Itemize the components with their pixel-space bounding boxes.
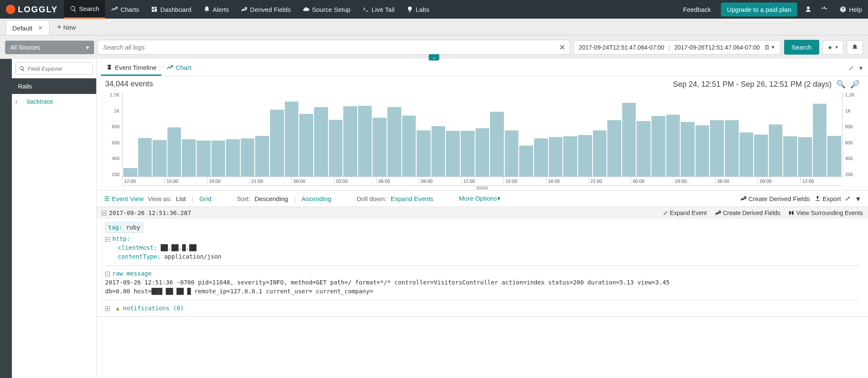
bar[interactable] [211, 141, 225, 177]
field-explorer-input[interactable] [28, 66, 89, 72]
zoom-out-icon[interactable]: 🔍 [836, 80, 846, 88]
bar[interactable] [314, 107, 328, 177]
bar[interactable] [754, 135, 768, 177]
sort-desc[interactable]: Descending [254, 195, 288, 202]
collapse-toggle[interactable]: − [105, 272, 110, 276]
results-menu-icon[interactable]: ▼ [855, 195, 861, 202]
bar[interactable] [622, 103, 636, 177]
close-icon[interactable]: ✕ [38, 24, 43, 32]
bar[interactable] [446, 131, 460, 177]
bar[interactable] [167, 127, 181, 177]
bar[interactable] [431, 126, 445, 177]
bar[interactable] [329, 120, 343, 177]
field-category-rails[interactable]: Rails [12, 78, 96, 94]
nav-search[interactable]: Search [64, 0, 106, 19]
collapse-toggle[interactable]: − [102, 211, 106, 215]
user-icon[interactable] [801, 0, 818, 19]
view-list[interactable]: List [176, 195, 186, 202]
bar[interactable] [417, 130, 431, 177]
bar[interactable] [637, 121, 651, 177]
clear-search-icon[interactable]: ✕ [559, 43, 565, 52]
bar[interactable] [241, 138, 255, 177]
zoom-in-icon[interactable]: 🔎 [850, 80, 860, 88]
raw-message-label[interactable]: raw message [112, 270, 152, 277]
upgrade-button[interactable]: Upgrade to a paid plan [721, 3, 797, 17]
bar[interactable] [343, 106, 357, 177]
chart-bars[interactable] [122, 92, 843, 177]
field-item-backtrace[interactable]: ‹ backtrace [12, 94, 96, 109]
search-button[interactable]: Search [784, 40, 820, 55]
collapse-toggle[interactable]: − [105, 237, 110, 242]
bar[interactable] [299, 114, 313, 177]
bar[interactable] [402, 116, 416, 177]
expand-events[interactable]: Expand Events [391, 195, 434, 202]
resize-handle[interactable] [476, 187, 488, 189]
bar[interactable] [270, 110, 284, 177]
bar[interactable] [798, 137, 812, 177]
bar[interactable] [563, 136, 577, 177]
bar[interactable] [519, 146, 533, 177]
chart-menu-icon[interactable]: ▼ [858, 65, 864, 72]
key-clienthost[interactable]: clientHost: [118, 244, 157, 251]
bar[interactable] [476, 128, 490, 177]
nav-livetail[interactable]: Live Tail [356, 0, 401, 19]
export-button[interactable]: Export [814, 195, 841, 202]
tab-chart[interactable]: Chart [161, 61, 196, 76]
notifications-button[interactable] [847, 40, 863, 55]
expand-searchbar[interactable]: ⌄ [429, 54, 440, 61]
bar[interactable] [696, 125, 709, 177]
nav-charts[interactable]: Charts [105, 0, 145, 19]
bar[interactable] [813, 104, 827, 177]
expand-event-button[interactable]: ⤢ Expand Event [663, 210, 707, 216]
bar[interactable] [607, 120, 621, 177]
bar[interactable] [710, 120, 724, 177]
bar[interactable] [358, 106, 372, 177]
bar[interactable] [197, 141, 211, 177]
tab-default[interactable]: Default ✕ [6, 20, 50, 35]
bar[interactable] [138, 138, 152, 177]
view-grid[interactable]: Grid [199, 195, 211, 202]
expand-chart-icon[interactable]: ⤢ [849, 65, 854, 72]
event-view-button[interactable]: Event View [103, 195, 144, 202]
bar[interactable] [651, 116, 665, 177]
bar[interactable] [578, 135, 592, 177]
bar[interactable] [549, 137, 563, 177]
bar[interactable] [285, 102, 299, 177]
tab-event-timeline[interactable]: Event Timeline [101, 61, 161, 76]
bar[interactable] [373, 118, 387, 177]
bar[interactable] [505, 130, 519, 177]
sources-dropdown[interactable]: All Sources ▾ [5, 41, 94, 54]
nav-help[interactable]: Help [834, 0, 868, 19]
key-http[interactable]: http: [112, 235, 130, 242]
nav-derived[interactable]: Derived Fields [235, 0, 297, 19]
sort-asc[interactable]: Ascending [302, 195, 331, 202]
log-create-derived-button[interactable]: Create Derived Fields [715, 210, 780, 216]
bar[interactable] [725, 120, 739, 177]
bar[interactable] [387, 107, 401, 177]
bar[interactable] [490, 112, 504, 177]
favorite-button[interactable]: ★ ▼ [823, 40, 843, 55]
view-surrounding-button[interactable]: View Surrounding Events [788, 210, 863, 216]
bar[interactable] [226, 139, 240, 177]
nav-feedback[interactable]: Feedback [677, 0, 717, 19]
bar[interactable] [827, 136, 841, 177]
expand-results-icon[interactable]: ⤢ [845, 195, 851, 202]
bar[interactable] [783, 136, 797, 177]
more-options[interactable]: More Options▾ [459, 195, 501, 202]
bar[interactable] [255, 136, 269, 177]
bar[interactable] [534, 138, 548, 177]
expand-toggle[interactable]: + [105, 306, 110, 311]
settings-icon[interactable] [818, 0, 834, 19]
bar[interactable] [182, 139, 196, 177]
nav-labs[interactable]: Labs [401, 0, 436, 19]
notifications-label[interactable]: notifications (0) [123, 305, 184, 312]
bar[interactable] [461, 131, 475, 177]
key-contenttype[interactable]: contentType: [118, 253, 161, 260]
search-input[interactable] [103, 44, 565, 51]
bar[interactable] [740, 132, 754, 177]
tab-new[interactable]: + New [52, 19, 81, 35]
nav-dashboard[interactable]: Dashboard [145, 0, 197, 19]
create-derived-fields-button[interactable]: Create Derived Fields [740, 195, 810, 202]
nav-source[interactable]: Source Setup [297, 0, 356, 19]
bar[interactable] [153, 140, 167, 177]
